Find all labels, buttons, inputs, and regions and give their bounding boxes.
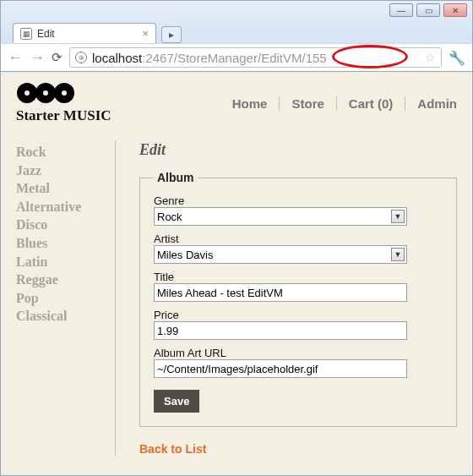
annotation-circle: [332, 45, 408, 68]
sidebar: Rock Jazz Metal Alternative Disco Blues …: [16, 141, 116, 456]
new-tab-button[interactable]: ▸: [161, 26, 182, 43]
title-label: Title: [154, 271, 443, 283]
tab-strip: ▦ Edit × ▸: [1, 19, 472, 43]
sidebar-item[interactable]: Metal: [16, 179, 115, 198]
sidebar-item[interactable]: Alternative: [16, 198, 115, 216]
content-row: Rock Jazz Metal Alternative Disco Blues …: [16, 141, 457, 456]
main-content: Edit Album Genre Rock ▼ Artist Miles Dav…: [116, 141, 457, 456]
chevron-down-icon: ▼: [391, 210, 405, 223]
album-fieldset: Album Genre Rock ▼ Artist Miles Davis ▼: [139, 171, 457, 427]
svg-point-3: [43, 90, 48, 96]
bookmark-star-icon[interactable]: ☆: [425, 51, 436, 64]
svg-point-5: [62, 90, 67, 96]
sidebar-item[interactable]: Reggae: [16, 271, 115, 289]
brand-name: Starter MUSIC: [16, 107, 111, 124]
logo-discs-icon: [16, 82, 111, 104]
sidebar-item[interactable]: Pop: [16, 289, 115, 308]
top-nav: Home Store Cart (0) Admin: [220, 96, 457, 111]
wrench-icon[interactable]: 🔧: [449, 50, 465, 66]
nav-home[interactable]: Home: [220, 96, 280, 111]
sidebar-item[interactable]: Rock: [16, 143, 115, 161]
chevron-down-icon: ▼: [391, 248, 405, 261]
artist-label: Artist: [154, 233, 443, 245]
price-label: Price: [154, 309, 443, 321]
forward-icon[interactable]: →: [30, 49, 45, 67]
url-host: localhost: [92, 51, 142, 65]
address-bar[interactable]: ⊕ localhost:2467/StoreManager/EditVM/155…: [69, 47, 442, 68]
page-body: Starter MUSIC Home Store Cart (0) Admin …: [0, 72, 473, 476]
globe-icon: ⊕: [75, 52, 87, 63]
svg-point-1: [24, 90, 30, 96]
page-header: Starter MUSIC Home Store Cart (0) Admin: [16, 82, 457, 124]
tab-close-icon[interactable]: ×: [142, 27, 149, 40]
genre-value: Rock: [157, 211, 182, 223]
back-icon[interactable]: ←: [8, 49, 23, 67]
favicon-icon: ▦: [20, 28, 32, 40]
field-price: Price: [154, 309, 443, 340]
window-minimize-button[interactable]: —: [389, 3, 413, 17]
window-maximize-button[interactable]: ▭: [416, 3, 440, 17]
art-url-label: Album Art URL: [154, 347, 443, 359]
sidebar-item[interactable]: Blues: [16, 234, 115, 253]
field-art-url: Album Art URL: [154, 347, 443, 378]
artist-select[interactable]: Miles Davis ▼: [154, 245, 407, 264]
genre-select[interactable]: Rock ▼: [154, 207, 407, 226]
genre-label: Genre: [154, 194, 443, 207]
fieldset-legend: Album: [154, 171, 198, 184]
back-to-list-link[interactable]: Back to List: [139, 442, 457, 456]
window-chrome: — ▭ ✕ ▦ Edit × ▸: [0, 0, 473, 43]
logo: Starter MUSIC: [16, 82, 111, 124]
title-input[interactable]: [154, 283, 407, 302]
nav-admin[interactable]: Admin: [405, 96, 457, 111]
sidebar-item[interactable]: Jazz: [16, 161, 115, 180]
field-artist: Artist Miles Davis ▼: [154, 233, 443, 264]
price-input[interactable]: [154, 321, 407, 340]
tab-title: Edit: [37, 28, 55, 40]
window-titlebar: — ▭ ✕: [1, 1, 472, 19]
browser-tab[interactable]: ▦ Edit ×: [13, 23, 156, 43]
nav-cart[interactable]: Cart (0): [337, 96, 406, 111]
window-close-button[interactable]: ✕: [443, 3, 467, 17]
art-url-input[interactable]: [154, 359, 407, 378]
sidebar-item[interactable]: Disco: [16, 216, 115, 234]
url-path: :2467/StoreManager/EditVM/155: [142, 51, 326, 65]
field-title: Title: [154, 271, 443, 302]
field-genre: Genre Rock ▼: [154, 194, 443, 226]
browser-toolbar: ← → ⟳ ⊕ localhost:2467/StoreManager/Edit…: [0, 43, 473, 72]
sidebar-item[interactable]: Latin: [16, 253, 115, 271]
page-title: Edit: [139, 141, 457, 159]
artist-value: Miles Davis: [157, 249, 213, 261]
sidebar-item[interactable]: Classical: [16, 307, 115, 326]
nav-store[interactable]: Store: [280, 96, 336, 111]
reload-icon[interactable]: ⟳: [52, 50, 63, 65]
save-button[interactable]: Save: [154, 390, 199, 413]
